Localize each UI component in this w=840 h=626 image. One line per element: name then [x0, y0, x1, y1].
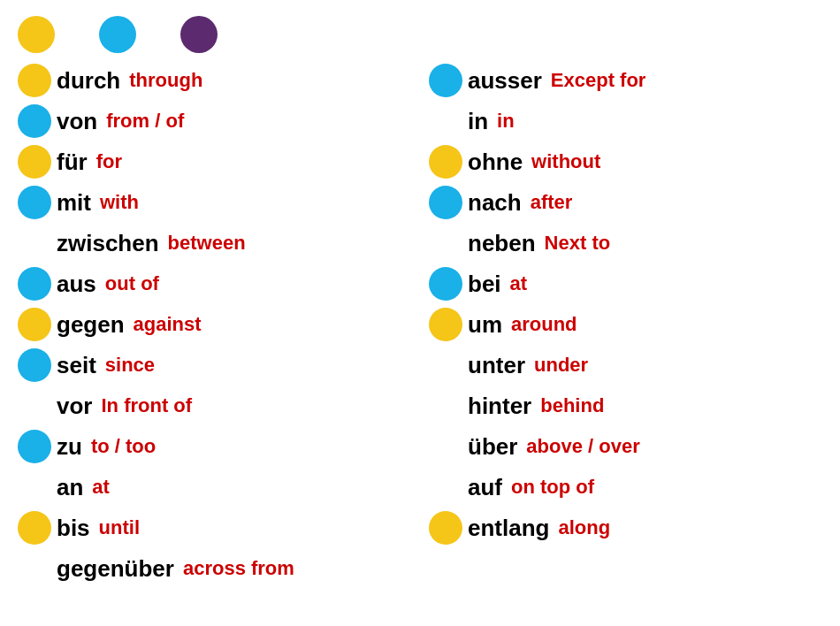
- yellow-circle: [18, 64, 51, 97]
- akkusativ-circle: [18, 16, 55, 53]
- yellow-circle: [18, 145, 51, 179]
- blue-circle: [18, 348, 51, 382]
- translation-word: from / of: [106, 110, 184, 133]
- left-column: durchthroughvonfrom / offürformitwithzwi…: [9, 62, 420, 591]
- blue-circle: [18, 430, 51, 463]
- yellow-circle: [429, 145, 462, 179]
- translation-word: through: [129, 69, 202, 92]
- word-row: gegenagainst: [18, 306, 411, 343]
- circle-spacer: [429, 348, 462, 382]
- translation-word: around: [511, 313, 577, 336]
- yellow-circle: [18, 511, 51, 545]
- translation-word: on top of: [511, 476, 594, 499]
- german-word: hinter: [468, 393, 531, 420]
- word-row: inin: [429, 103, 822, 140]
- translation-word: behind: [540, 394, 604, 417]
- circle-spacer: [18, 552, 51, 585]
- word-row: entlangalong: [429, 509, 822, 546]
- german-word: ohne: [468, 149, 523, 176]
- legend: [0, 0, 840, 62]
- translation-word: under: [534, 354, 588, 377]
- circle-spacer: [18, 470, 51, 504]
- word-row: zwischenbetween: [18, 225, 411, 262]
- german-word: zu: [57, 433, 82, 461]
- word-row: überabove / over: [429, 428, 822, 465]
- yellow-circle: [18, 308, 51, 341]
- translation-word: Next to: [545, 232, 611, 255]
- german-word: auf: [468, 474, 502, 501]
- circle-spacer: [18, 389, 51, 423]
- translation-word: in: [497, 110, 515, 133]
- word-row: nachafter: [429, 184, 822, 221]
- german-word: nach: [468, 189, 522, 217]
- translation-word: between: [168, 232, 246, 255]
- german-word: durch: [57, 67, 120, 95]
- blue-circle: [18, 186, 51, 219]
- german-word: mit: [57, 189, 91, 217]
- german-word: für: [57, 149, 88, 176]
- german-word: gegenüber: [57, 555, 174, 583]
- german-word: um: [468, 311, 502, 339]
- german-word: an: [57, 474, 83, 501]
- translation-word: at: [510, 272, 528, 295]
- word-row: vorIn front of: [18, 387, 411, 424]
- circle-spacer: [429, 470, 462, 504]
- translation-word: until: [99, 516, 140, 539]
- translation-word: Except for: [551, 69, 646, 92]
- word-row: gegenüberacross from: [18, 550, 411, 587]
- word-row: mitwith: [18, 184, 411, 221]
- word-row: anat: [18, 469, 411, 506]
- german-word: unter: [468, 352, 525, 379]
- translation-word: out of: [105, 272, 159, 295]
- german-word: in: [468, 108, 488, 135]
- akkusativ-dativ-circle: [180, 16, 218, 53]
- word-row: unterunder: [429, 347, 822, 384]
- translation-word: after: [531, 191, 573, 214]
- word-row: beiat: [429, 265, 822, 302]
- german-word: bei: [468, 271, 501, 298]
- circle-spacer: [429, 430, 462, 463]
- legend-akkusativ: [18, 16, 64, 53]
- yellow-circle: [429, 308, 462, 341]
- main-content: durchthroughvonfrom / offürformitwithzwi…: [0, 62, 840, 591]
- german-word: ausser: [468, 67, 542, 95]
- translation-word: since: [105, 354, 155, 377]
- blue-circle: [429, 186, 462, 219]
- circle-spacer: [18, 226, 51, 260]
- word-row: hinterbehind: [429, 387, 822, 424]
- translation-word: for: [96, 150, 122, 173]
- word-row: umaround: [429, 306, 822, 343]
- right-column: ausserExcept forininohnewithoutnachafter…: [420, 62, 831, 591]
- word-row: seitsince: [18, 347, 411, 384]
- word-row: bisuntil: [18, 509, 411, 546]
- translation-word: with: [100, 191, 139, 214]
- translation-word: along: [558, 516, 610, 539]
- german-word: bis: [57, 515, 90, 542]
- translation-word: In front of: [101, 394, 192, 417]
- german-word: über: [468, 433, 517, 461]
- german-word: seit: [57, 352, 96, 379]
- legend-dativ: [99, 16, 145, 53]
- translation-word: above / over: [526, 435, 639, 458]
- german-word: gegen: [57, 311, 125, 339]
- german-word: von: [57, 108, 97, 135]
- circle-spacer: [429, 226, 462, 260]
- word-row: ausout of: [18, 265, 411, 302]
- german-word: vor: [57, 393, 92, 420]
- german-word: entlang: [468, 515, 549, 542]
- word-row: ohnewithout: [429, 143, 822, 180]
- word-row: durchthrough: [18, 62, 411, 99]
- word-row: vonfrom / of: [18, 103, 411, 140]
- dativ-circle: [99, 16, 136, 53]
- word-row: nebenNext to: [429, 225, 822, 262]
- blue-circle: [429, 267, 462, 301]
- german-word: zwischen: [57, 230, 159, 257]
- word-row: ausserExcept for: [429, 62, 822, 99]
- translation-word: without: [531, 150, 600, 173]
- circle-spacer: [429, 389, 462, 423]
- translation-word: to / too: [91, 435, 156, 458]
- blue-circle: [429, 64, 462, 97]
- german-word: neben: [468, 230, 536, 257]
- word-row: aufon top of: [429, 469, 822, 506]
- translation-word: across from: [183, 557, 294, 580]
